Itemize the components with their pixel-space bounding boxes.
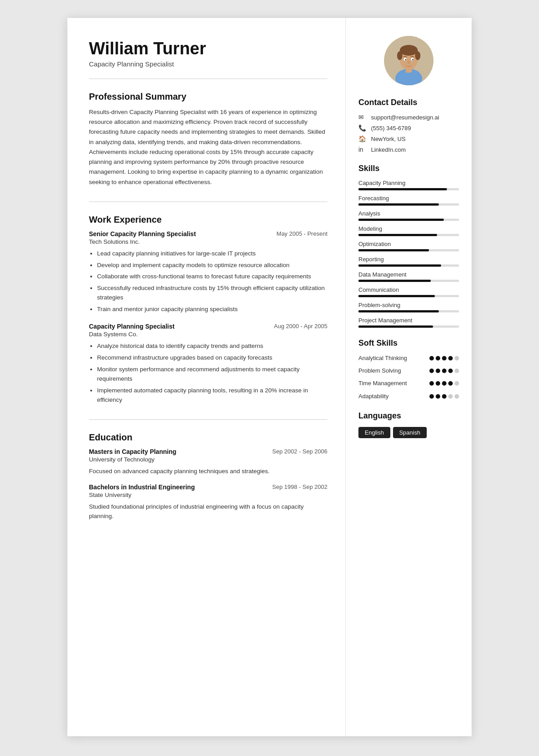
job-header: Senior Capacity Planning SpecialistMay 2… [89, 230, 327, 237]
job-title: Capacity Planning Specialist [89, 323, 175, 330]
contact-icon: ✉ [358, 114, 367, 121]
skills-section: Skills Capacity PlanningForecastingAnaly… [358, 164, 459, 328]
school-name: State University [89, 492, 327, 498]
contact-list: ✉support@resumedesign.ai📞(555) 345-6789🏠… [358, 114, 459, 153]
skill-item: Communication [358, 286, 459, 297]
summary-title: Professional Summary [89, 92, 327, 102]
skill-bar-fill [358, 234, 437, 236]
soft-skill-label: Adaptability [358, 392, 389, 400]
dot-filled [442, 356, 446, 360]
job-bullets: Analyze historical data to identify capa… [89, 341, 327, 405]
skill-label: Modeling [358, 225, 459, 232]
job-date: Aug 2000 - Apr 2005 [274, 323, 327, 330]
contact-text: NewYork, US [371, 136, 406, 142]
skill-bar-fill [358, 219, 444, 221]
school-name: University of Technology [89, 456, 327, 463]
avatar-container [358, 36, 459, 85]
header-section: William Turner Capacity Planning Special… [89, 40, 327, 68]
contact-text: LinkedIn.com [371, 146, 406, 153]
education-list: Masters in Capacity PlanningSep 2002 - S… [89, 448, 327, 521]
education-section: Education Masters in Capacity PlanningSe… [89, 432, 327, 521]
skill-bar-background [358, 295, 459, 297]
dot-filled [429, 394, 434, 399]
job-item: Capacity Planning SpecialistAug 2000 - A… [89, 323, 327, 405]
skill-item: Analysis [358, 210, 459, 221]
contact-item: 📞(555) 345-6789 [358, 124, 459, 132]
candidate-name: William Turner [89, 40, 327, 58]
contact-icon: 📞 [358, 124, 367, 132]
company-name: Tech Solutions Inc. [89, 238, 327, 245]
dot-empty [455, 394, 459, 399]
dot-filled [436, 381, 440, 386]
skill-bar-background [358, 203, 459, 206]
soft-skill-label: Analytical Thinking [358, 354, 407, 362]
soft-skill-dots [429, 369, 459, 373]
skill-label: Data Management [358, 271, 459, 278]
skills-list: Capacity PlanningForecastingAnalysisMode… [358, 180, 459, 328]
soft-skill-item: Adaptability [358, 392, 459, 400]
edu-header: Masters in Capacity PlanningSep 2002 - S… [89, 448, 327, 455]
soft-skills-section: Soft Skills Analytical ThinkingProblem S… [358, 338, 459, 400]
skill-item: Forecasting [358, 195, 459, 206]
skill-bar-background [358, 234, 459, 236]
dot-filled [429, 356, 434, 360]
edu-date: Sep 1998 - Sep 2002 [272, 483, 327, 490]
soft-skill-label: Time Management [358, 379, 407, 387]
left-column: William Turner Capacity Planning Special… [67, 18, 346, 736]
skill-label: Project Management [358, 317, 459, 324]
bullet-item: Lead capacity planning initiatives for l… [97, 249, 327, 259]
svg-point-5 [397, 51, 402, 60]
dot-empty [448, 394, 453, 399]
degree-title: Masters in Capacity Planning [89, 448, 177, 455]
soft-skill-label: Problem Solving [358, 367, 401, 375]
summary-section: Professional Summary Results-driven Capa… [89, 92, 327, 187]
jobs-list: Senior Capacity Planning SpecialistMay 2… [89, 230, 327, 405]
contact-item: inLinkedIn.com [358, 146, 459, 153]
job-header: Capacity Planning SpecialistAug 2000 - A… [89, 323, 327, 330]
dot-empty [455, 369, 459, 373]
skill-bar-background [358, 249, 459, 251]
right-column: Contact Details ✉support@resumedesign.ai… [346, 18, 472, 736]
bullet-item: Implemented automated capacity planning … [97, 386, 327, 405]
svg-point-6 [415, 51, 420, 60]
svg-point-4 [400, 45, 418, 56]
skill-item: Optimization [358, 241, 459, 251]
work-experience-section: Work Experience Senior Capacity Planning… [89, 215, 327, 405]
skill-bar-fill [358, 188, 447, 190]
language-tag: English [358, 427, 390, 438]
contact-item: ✉support@resumedesign.ai [358, 114, 459, 121]
skill-item: Project Management [358, 317, 459, 328]
language-tag: Spanish [393, 427, 427, 438]
soft-skill-dots [429, 381, 459, 386]
svg-point-10 [412, 59, 414, 61]
resume-container: William Turner Capacity Planning Special… [67, 18, 472, 736]
skill-label: Analysis [358, 210, 459, 217]
skill-bar-fill [358, 249, 429, 251]
dot-filled [448, 369, 453, 373]
languages-title: Languages [358, 411, 459, 421]
dot-empty [455, 356, 459, 360]
edu-date: Sep 2002 - Sep 2006 [272, 448, 327, 455]
header-divider [89, 79, 327, 79]
bullet-item: Analyze historical data to identify capa… [97, 341, 327, 351]
skill-bar-fill [358, 264, 441, 267]
skill-bar-background [358, 280, 459, 282]
dot-filled [429, 381, 434, 386]
skill-bar-background [358, 325, 459, 328]
skill-bar-fill [358, 310, 439, 312]
education-item: Bachelors in Industrial EngineeringSep 1… [89, 483, 327, 521]
edu-header: Bachelors in Industrial EngineeringSep 1… [89, 483, 327, 491]
skill-item: Problem-solving [358, 302, 459, 312]
edu-description: Studied foundational principles of indus… [89, 502, 327, 521]
work-experience-title: Work Experience [89, 215, 327, 225]
dot-filled [442, 381, 446, 386]
contact-icon: 🏠 [358, 135, 367, 142]
skill-bar-background [358, 188, 459, 190]
skill-bar-fill [358, 203, 439, 206]
candidate-title: Capacity Planning Specialist [89, 60, 327, 68]
dot-filled [442, 369, 446, 373]
skill-label: Capacity Planning [358, 180, 459, 186]
skill-item: Reporting [358, 256, 459, 267]
contact-title: Contact Details [358, 98, 459, 107]
skill-item: Data Management [358, 271, 459, 282]
